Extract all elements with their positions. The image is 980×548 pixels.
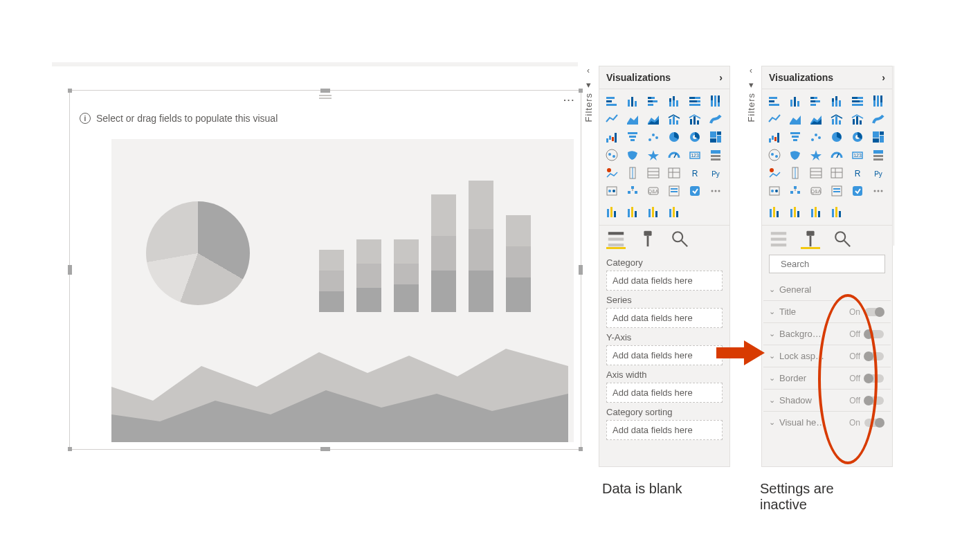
format-option-row[interactable]: ⌄TitleOn <box>763 300 891 322</box>
ribbon-chart-icon[interactable] <box>707 111 724 127</box>
powerapps-icon[interactable] <box>849 183 866 199</box>
custom-viz-3-icon[interactable] <box>645 204 662 219</box>
multi-row-card-icon[interactable] <box>870 147 887 163</box>
field-well-dropzone[interactable]: Add data fields here <box>606 308 723 328</box>
custom-viz-1-icon[interactable] <box>766 204 783 219</box>
custom-viz-1-icon[interactable] <box>604 204 620 219</box>
format-option-row[interactable]: ⌄Visual he…On <box>763 411 891 433</box>
format-option-row[interactable]: ⌄General <box>763 279 891 300</box>
azure-map-icon[interactable] <box>808 147 824 163</box>
slicer-icon[interactable] <box>624 165 641 181</box>
toggle-switch[interactable]: Off <box>849 351 884 361</box>
stacked-bar-chart-icon[interactable] <box>766 93 783 109</box>
format-option-row[interactable]: ⌄Backgro…Off <box>763 322 891 345</box>
paginated-icon[interactable] <box>666 183 682 199</box>
filled-map-icon[interactable] <box>787 147 804 163</box>
fields-tab[interactable] <box>769 230 788 249</box>
custom-viz-2-icon[interactable] <box>624 204 641 219</box>
100-stacked-column-chart-icon[interactable] <box>870 93 887 109</box>
waterfall-chart-icon[interactable] <box>604 129 620 145</box>
line-stacked-column-chart-icon[interactable] <box>666 111 682 127</box>
kpi-icon[interactable] <box>766 165 783 181</box>
python-visual-icon[interactable]: Py <box>707 165 724 181</box>
field-well-dropzone[interactable]: Add data fields here <box>606 420 723 440</box>
resize-handle[interactable] <box>68 89 72 93</box>
pie-chart-icon[interactable] <box>828 129 845 145</box>
slicer-icon[interactable] <box>787 165 804 181</box>
analytics-tab[interactable] <box>833 230 852 249</box>
resize-handle[interactable] <box>68 265 72 275</box>
visual-placeholder-card[interactable]: ··· i Select or drag fields to populate … <box>69 90 581 450</box>
python-visual-icon[interactable]: Py <box>870 165 887 181</box>
100-stacked-column-chart-icon[interactable] <box>707 93 724 109</box>
qa-visual-icon[interactable]: Q&A <box>645 183 662 199</box>
format-search-input[interactable] <box>779 258 898 270</box>
chevron-right-icon[interactable]: › <box>719 72 723 83</box>
clustered-column-chart-icon[interactable] <box>828 93 845 109</box>
gauge-icon[interactable] <box>828 147 845 163</box>
chevron-right-icon[interactable]: › <box>882 72 885 83</box>
resize-handle[interactable] <box>579 447 583 451</box>
toggle-switch[interactable]: On <box>849 307 884 317</box>
format-option-row[interactable]: ⌄Lock asp…Off <box>763 345 891 367</box>
azure-map-icon[interactable] <box>645 147 662 163</box>
fields-tab[interactable] <box>606 230 626 249</box>
table-icon[interactable] <box>645 165 662 181</box>
format-option-row[interactable]: ⌄BorderOff <box>763 367 891 389</box>
stacked-bar-chart-icon[interactable] <box>604 93 620 109</box>
resize-handle[interactable] <box>320 447 330 451</box>
format-tab[interactable] <box>801 230 820 249</box>
pie-chart-icon[interactable] <box>666 129 682 145</box>
clustered-bar-chart-icon[interactable] <box>808 93 824 109</box>
line-chart-icon[interactable] <box>604 111 620 127</box>
powerapps-icon[interactable] <box>687 183 703 199</box>
treemap-chart-icon[interactable] <box>870 129 887 145</box>
toggle-switch[interactable]: Off <box>849 374 884 383</box>
resize-handle[interactable] <box>68 447 72 451</box>
multi-row-card-icon[interactable] <box>707 147 724 163</box>
key-influencers-icon[interactable] <box>766 183 783 199</box>
decomposition-tree-icon[interactable] <box>624 183 641 199</box>
line-stacked-column-chart-icon[interactable] <box>828 111 845 127</box>
r-visual-icon[interactable]: R <box>849 165 866 181</box>
field-well-dropzone[interactable]: Add data fields here <box>606 383 723 403</box>
drag-grip-icon[interactable] <box>319 95 332 99</box>
stacked-column-chart-icon[interactable] <box>624 93 641 109</box>
table-icon[interactable] <box>808 165 824 181</box>
100-stacked-bar-chart-icon[interactable] <box>687 93 703 109</box>
format-option-row[interactable]: ⌄ShadowOff <box>763 389 891 411</box>
toggle-switch[interactable]: Off <box>849 396 884 405</box>
clustered-column-chart-icon[interactable] <box>666 93 682 109</box>
key-influencers-icon[interactable] <box>604 183 620 199</box>
card-icon[interactable]: 123 <box>849 147 866 163</box>
scatter-chart-icon[interactable] <box>808 129 824 145</box>
card-icon[interactable]: 123 <box>687 147 703 163</box>
scatter-chart-icon[interactable] <box>645 129 662 145</box>
resize-handle[interactable] <box>320 89 330 93</box>
toggle-switch[interactable]: On <box>849 418 884 428</box>
more-visuals-icon[interactable] <box>870 183 887 199</box>
kpi-icon[interactable] <box>604 165 620 181</box>
treemap-chart-icon[interactable] <box>707 129 724 145</box>
field-well-dropzone[interactable]: Add data fields here <box>606 345 723 365</box>
custom-viz-4-icon[interactable] <box>828 204 845 219</box>
filters-pane-collapsed[interactable]: ‹ ▾ Filters <box>741 66 761 149</box>
stacked-area-chart-icon[interactable] <box>645 111 662 127</box>
matrix-icon[interactable] <box>666 165 682 181</box>
decomposition-tree-icon[interactable] <box>787 183 804 199</box>
custom-viz-2-icon[interactable] <box>787 204 804 219</box>
stacked-column-chart-icon[interactable] <box>787 93 804 109</box>
custom-viz-3-icon[interactable] <box>808 204 824 219</box>
more-options-icon[interactable]: ··· <box>563 95 575 105</box>
resize-handle[interactable] <box>579 265 583 275</box>
matrix-icon[interactable] <box>828 165 845 181</box>
line-chart-icon[interactable] <box>766 111 783 127</box>
area-chart-icon[interactable] <box>624 111 641 127</box>
100-stacked-bar-chart-icon[interactable] <box>849 93 866 109</box>
r-visual-icon[interactable]: R <box>687 165 703 181</box>
custom-viz-4-icon[interactable] <box>666 204 682 219</box>
donut-chart-icon[interactable] <box>849 129 866 145</box>
funnel-chart-icon[interactable] <box>787 129 804 145</box>
donut-chart-icon[interactable] <box>687 129 703 145</box>
format-search[interactable] <box>769 255 885 273</box>
